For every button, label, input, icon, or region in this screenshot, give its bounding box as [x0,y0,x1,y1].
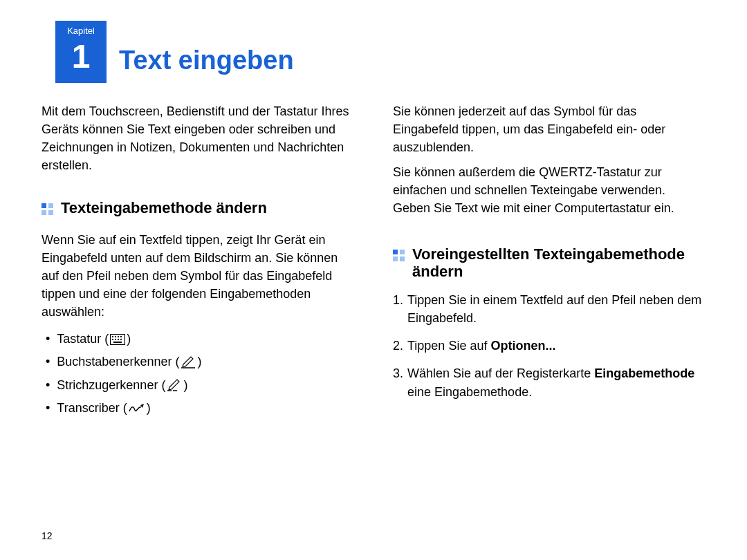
chapter-badge: Kapitel 1 [55,21,107,83]
options-label: Optionen... [490,339,555,353]
bullet-text: Buchstabenerkenner ( [57,351,179,373]
list-item: • Transcriber ( ) [46,397,354,420]
list-item: • Buchstabenerkenner ( ) [46,351,354,373]
section-squares-icon [42,202,54,219]
svg-rect-19 [393,256,398,261]
chapter-label: Kapitel [67,25,95,37]
bullet-close: ) [147,397,151,420]
bullet-icon: • [46,397,50,420]
bullet-icon: • [46,328,50,351]
svg-rect-10 [115,339,116,340]
step-number: 1. [393,291,403,327]
section-heading-input-method: Texteingabemethode ändern [42,199,354,219]
svg-rect-13 [113,342,122,343]
svg-rect-11 [118,339,119,340]
column-left: Mit dem Touchscreen, Bedienstift und der… [42,102,354,420]
bullet-close: ) [197,351,201,373]
svg-rect-17 [393,250,398,254]
pen-underline-icon [181,356,196,368]
svg-rect-2 [42,210,46,215]
bullet-icon: • [46,351,50,373]
list-item: • Tastatur ( ) [46,328,354,351]
step-text: Wählen Sie auf der Registerkarte Eingabe… [407,364,706,400]
bullet-icon: • [46,374,50,397]
svg-rect-9 [112,339,113,340]
bullet-text: Transcriber ( [57,397,127,420]
svg-rect-6 [115,336,116,337]
handwriting-icon [129,403,145,414]
chapter-number: 1 [72,40,91,73]
svg-rect-8 [120,336,122,337]
section1-paragraph: Wenn Sie auf ein Textfeld tippen, zeigt … [42,231,354,321]
intro-paragraph: Mit dem Touchscreen, Bedienstift und der… [42,102,354,174]
svg-rect-12 [120,339,122,340]
section-heading-text: Texteingabemethode ändern [61,199,267,216]
input-methods-list: • Tastatur ( ) • Buchstabenerkenner ( [42,328,354,420]
section-heading-default-input: Voreingestellten Texteingabemethode ände… [393,245,706,281]
step-item: 3. Wählen Sie auf der Registerkarte Eing… [393,364,706,400]
step-item: 1. Tippen Sie in einem Textfeld auf den … [393,291,706,327]
step-item: 2. Tippen Sie auf Optionen... [393,337,706,355]
svg-rect-18 [400,250,405,254]
svg-rect-20 [400,256,405,261]
step-number: 3. [393,364,403,400]
svg-rect-5 [112,336,113,337]
keyboard-icon [110,334,125,345]
col2-paragraph-1: Sie können jederzeit auf das Symbol für … [393,102,706,156]
bullet-close: ) [183,374,187,397]
page-title: Text eingeben [119,42,294,83]
section-squares-icon [393,248,405,265]
column-right: Sie können jederzeit auf das Symbol für … [393,102,706,420]
step-number: 2. [393,337,403,355]
section-heading-text: Voreingestellten Texteingabemethode ände… [412,245,706,281]
content-columns: Mit dem Touchscreen, Bedienstift und der… [42,102,706,420]
steps-list: 1. Tippen Sie in einem Textfeld auf den … [393,291,706,400]
step-text: Tippen Sie in einem Textfeld auf den Pfe… [407,291,706,327]
svg-rect-7 [118,336,119,337]
pen-baseline-icon [167,379,182,391]
step-text: Tippen Sie auf Optionen... [407,337,555,355]
bullet-text: Tastatur ( [57,328,109,351]
svg-rect-3 [48,210,53,215]
list-item: • Strichzugerkenner ( ) [46,374,354,397]
bullet-text: Strichzugerkenner ( [57,374,165,397]
svg-rect-1 [48,203,53,208]
col2-paragraph-2: Sie können außerdem die QWERTZ-Tastatur … [393,163,706,217]
bullet-close: ) [127,328,131,351]
page-number: 12 [42,530,53,543]
svg-rect-0 [42,203,46,208]
tab-label: Eingabemethode [594,366,694,380]
chapter-header: Kapitel 1 Text eingeben [42,21,706,83]
